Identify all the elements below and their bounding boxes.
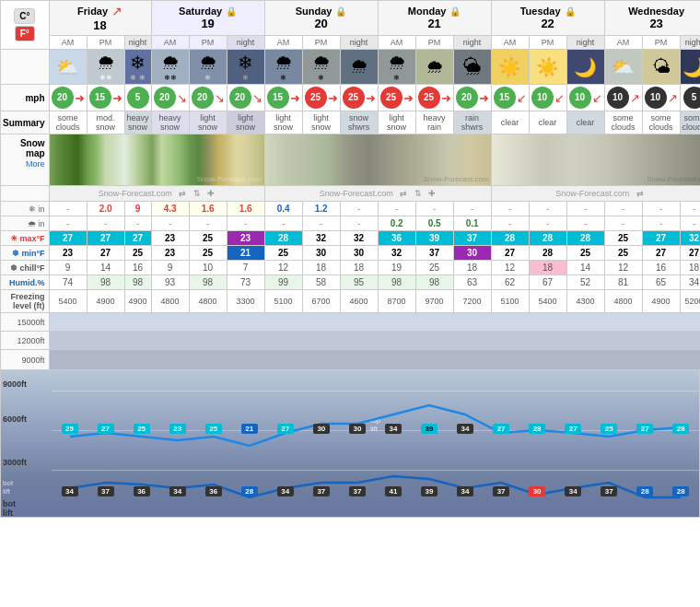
elev-label-3000: 3000ft bbox=[3, 458, 27, 467]
sunday-date: 20 bbox=[268, 17, 375, 30]
summary-row: Summary someclouds mod.snow heavysnow he… bbox=[1, 111, 701, 134]
elev-15000-row: 15000ft bbox=[1, 313, 701, 332]
elev-12000-row: 12000ft bbox=[1, 332, 701, 350]
humid-row: Humid.% 74 98 98 93 98 73 99 58 95 98 98… bbox=[1, 275, 701, 290]
day-header-row: C° F° Friday ↗ 18 Saturday 🔒 bbox=[1, 1, 701, 36]
saturday-name: Saturday bbox=[179, 6, 222, 17]
elevation-chart: 9000ft 6000ft toplift 3000ft botlift 25 … bbox=[0, 370, 700, 518]
temp-max-row: ☀ max°F 27 27 27 23 25 23 28 32 32 36 39… bbox=[1, 231, 701, 246]
sunday-name: Sunday bbox=[296, 6, 332, 17]
celsius-toggle[interactable]: C° bbox=[14, 8, 35, 24]
rain-in-row: 🌧 in - - - - - - - - - 0.2 0.5 0.1 - - -… bbox=[1, 216, 701, 231]
chill-row: ❄ chill°F 9 14 16 9 10 7 12 18 18 19 25 … bbox=[1, 261, 701, 275]
friday-date: 18 bbox=[52, 18, 148, 32]
main-wrapper: C° F° Friday ↗ 18 Saturday 🔒 bbox=[0, 0, 700, 518]
wednesday-date: 23 bbox=[608, 17, 700, 30]
elev-9000-row: 9000ft bbox=[1, 350, 701, 370]
freeze-level-row: Freezinglevel (ft) 5400 4900 4900 4800 4… bbox=[1, 290, 701, 313]
snow-map-more-link[interactable]: More bbox=[26, 159, 45, 169]
bot-lift-badges: 34 37 36 34 36 28 34 37 37 41 39 34 37 3… bbox=[52, 486, 699, 496]
wind-row: mph 20 ➜ 15 ➜ 5 bbox=[1, 85, 701, 111]
monday-name: Monday bbox=[408, 6, 447, 17]
fahrenheit-toggle[interactable]: F° bbox=[15, 26, 35, 41]
saturday-date: 19 bbox=[155, 17, 262, 30]
period-header-row: AM PM night AM PM night AM PM night AM P… bbox=[1, 36, 701, 50]
monday-date: 21 bbox=[381, 17, 488, 30]
elev-label-9000: 9000ft bbox=[3, 379, 27, 389]
top-lift-badges: 25 27 25 23 25 21 27 30 30 34 39 34 27 2… bbox=[52, 424, 699, 434]
elev-label-6000: 6000ft bbox=[3, 414, 27, 424]
snow-in-row: ❄ in - 2.0 9 4.3 1.6 1.6 0.4 1.2 - - - -… bbox=[1, 202, 701, 216]
snow-map-row: Snow map More Snow-Forecast.com Snow-For… bbox=[1, 134, 701, 186]
temp-min-row: ❄ min°F 23 27 25 23 25 21 25 30 30 32 37… bbox=[1, 246, 701, 261]
wednesday-name: Wednesday bbox=[628, 6, 684, 17]
elev-label-bot: botlift bbox=[3, 499, 16, 518]
weather-icon-row: ⛅ 🌨 ❄❄ ❄ ❄ ❄ 🌨 ❄❄ 🌨 bbox=[1, 50, 701, 85]
snow-forecast-banner-row: Snow-Forecast.com ⇄ ⇅ ✚ Snow-Forecast.co… bbox=[1, 186, 701, 202]
friday-name: Friday bbox=[77, 6, 108, 17]
tuesday-date: 22 bbox=[495, 17, 601, 30]
tuesday-name: Tuesday bbox=[520, 6, 561, 17]
